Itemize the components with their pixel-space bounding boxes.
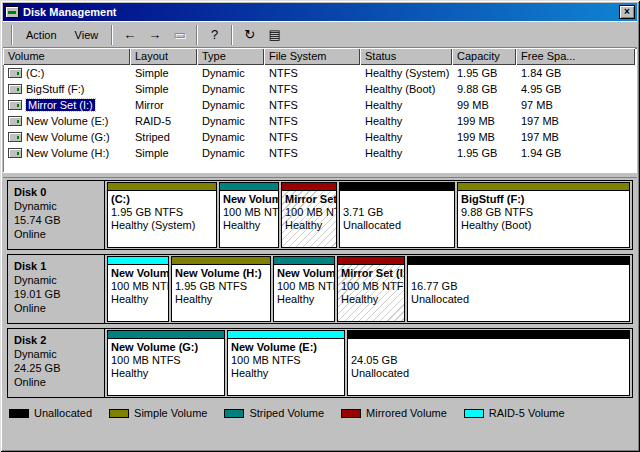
table-row[interactable]: New Volume (G:)StripedDynamicNTFSHealthy… xyxy=(3,129,637,145)
cell-value: 199 MB xyxy=(452,114,516,128)
partition-size: 1.95 GB NTFS xyxy=(175,280,267,293)
forward-icon[interactable]: → xyxy=(143,24,166,46)
column-header-capacity[interactable]: Capacity xyxy=(452,48,516,65)
table-row[interactable]: (C:)SimpleDynamicNTFSHealthy (System)1.9… xyxy=(3,65,637,81)
table-row[interactable]: Mirror Set (I:)MirrorDynamicNTFSHealthy9… xyxy=(3,97,637,113)
drive-icon xyxy=(8,100,22,110)
legend-swatch xyxy=(224,409,244,418)
partition[interactable]: 24.05 GBUnallocated xyxy=(347,330,630,396)
cell-value: Healthy xyxy=(360,98,452,112)
legend-item: Unallocated xyxy=(9,407,92,419)
partition-title: New Volume (G:) xyxy=(111,341,221,354)
cell-value: Simple xyxy=(130,82,197,96)
partition-status: Unallocated xyxy=(343,219,451,232)
back-icon[interactable]: ← xyxy=(118,24,141,46)
disk-info-panel[interactable]: Disk 2Dynamic24.25 GBOnline xyxy=(8,329,105,397)
column-header-volume[interactable]: Volume xyxy=(3,48,130,65)
partition[interactable]: New Volume (H:)1.95 GB NTFSHealthy xyxy=(171,256,271,322)
partition-body: BigStuff (F:)9.88 GB NTFSHealthy (Boot) xyxy=(458,191,629,247)
cell-value: Mirror xyxy=(130,98,197,112)
folder-icon[interactable]: ▭ xyxy=(168,24,191,46)
partition[interactable]: New Volume (G:)100 MB NTFSHealthy xyxy=(107,330,225,396)
legend-label: Striped Volume xyxy=(249,407,324,419)
legend-item: Striped Volume xyxy=(224,407,324,419)
partition-size: 100 MB NTFS xyxy=(341,280,401,293)
cell-value: 199 MB xyxy=(452,130,516,144)
column-header-type[interactable]: Type xyxy=(197,48,264,65)
cell-value: NTFS xyxy=(264,130,360,144)
partition-color-strip xyxy=(338,257,404,265)
console-icon[interactable]: ▤ xyxy=(263,24,286,46)
partition-color-strip xyxy=(458,183,629,191)
partition-color-strip xyxy=(340,183,454,191)
disk-size: 15.74 GB xyxy=(14,213,98,227)
partition[interactable]: Mirror Set (I:)100 MB NTFSHealthy xyxy=(281,182,337,248)
partition[interactable]: 3.71 GBUnallocated xyxy=(339,182,455,248)
legend-swatch xyxy=(341,409,361,418)
legend-bar: UnallocatedSimple VolumeStriped VolumeMi… xyxy=(3,404,637,422)
partition-body: 3.71 GBUnallocated xyxy=(340,191,454,247)
partition-color-strip xyxy=(348,331,629,339)
close-button[interactable]: × xyxy=(619,5,635,19)
partition-title: New Volume (E:) xyxy=(231,341,341,354)
partition[interactable]: New Volume100 MB NTFSHealthy xyxy=(219,182,279,248)
partition[interactable]: 16.77 GBUnallocated xyxy=(407,256,630,322)
column-header-layout[interactable]: Layout xyxy=(130,48,197,65)
cell-value: 99 MB xyxy=(452,98,516,112)
table-row[interactable]: BigStuff (F:)SimpleDynamicNTFSHealthy (B… xyxy=(3,81,637,97)
partition-size: 100 MB NTFS xyxy=(111,280,165,293)
partition-body: New Volume100 MB NTFSHealthy xyxy=(220,191,278,247)
cell-value: Dynamic xyxy=(197,130,264,144)
legend-swatch xyxy=(464,409,484,418)
partition-size: 100 MB NTFS xyxy=(231,354,341,367)
volume-name: (C:) xyxy=(26,67,44,79)
volume-cell: BigStuff (F:) xyxy=(3,82,130,96)
drive-icon xyxy=(8,84,22,94)
partition-color-strip xyxy=(108,331,224,339)
cell-value: Dynamic xyxy=(197,66,264,80)
cell-value: Healthy xyxy=(360,114,452,128)
disk-name: Disk 0 xyxy=(14,185,98,199)
help-icon[interactable]: ? xyxy=(203,24,226,46)
partition[interactable]: New Volume100 MB NTFSHealthy xyxy=(107,256,169,322)
disk-management-window: Disk Management × Action View ←→▭?↻▤ Vol… xyxy=(0,0,640,452)
table-row[interactable]: New Volume (E:)RAID-5DynamicNTFSHealthy1… xyxy=(3,113,637,129)
disk-type: Dynamic xyxy=(14,273,98,287)
partition-title: New Volume xyxy=(277,267,331,280)
partition[interactable]: New Volume100 MB NTFSHealthy xyxy=(273,256,335,322)
column-header-file-system[interactable]: File System xyxy=(264,48,360,65)
partition-body: 24.05 GBUnallocated xyxy=(348,339,629,395)
window-title: Disk Management xyxy=(23,6,619,18)
menu-view[interactable]: View xyxy=(66,26,108,44)
disk-size: 19.01 GB xyxy=(14,287,98,301)
disk-info-panel[interactable]: Disk 0Dynamic15.74 GBOnline xyxy=(8,181,105,249)
volume-cell: New Volume (G:) xyxy=(3,130,130,144)
volume-list[interactable]: VolumeLayoutTypeFile SystemStatusCapacit… xyxy=(3,48,637,172)
partition-status: Healthy (Boot) xyxy=(461,219,626,232)
partition[interactable]: Mirror Set (I:)100 MB NTFSHealthy xyxy=(337,256,405,322)
partition-title: New Volume xyxy=(223,193,275,206)
title-bar[interactable]: Disk Management × xyxy=(3,3,637,21)
partition-size: 3.71 GB xyxy=(343,206,451,219)
partition[interactable]: New Volume (E:)100 MB NTFSHealthy xyxy=(227,330,345,396)
volume-name: New Volume (G:) xyxy=(26,131,110,143)
partition-status: Healthy (System) xyxy=(111,219,213,232)
legend-item: RAID-5 Volume xyxy=(464,407,565,419)
column-header-free-spa-[interactable]: Free Spa... xyxy=(516,48,635,65)
table-row[interactable]: New Volume (H:)SimpleDynamicNTFSHealthy1… xyxy=(3,145,637,161)
partition-color-strip xyxy=(108,183,216,191)
column-header-status[interactable]: Status xyxy=(360,48,452,65)
toolbar-separator xyxy=(111,25,113,45)
menu-action[interactable]: Action xyxy=(17,26,66,44)
partitions: New Volume100 MB NTFSHealthyNew Volume (… xyxy=(105,255,632,323)
partition-body: Mirror Set (I:)100 MB NTFSHealthy xyxy=(338,265,404,321)
disk-size: 24.25 GB xyxy=(14,361,98,375)
cell-value: 1.84 GB xyxy=(516,66,635,80)
partition-status: Unallocated xyxy=(411,293,626,306)
disk-info-panel[interactable]: Disk 1Dynamic19.01 GBOnline xyxy=(8,255,105,323)
partition[interactable]: BigStuff (F:)9.88 GB NTFSHealthy (Boot) xyxy=(457,182,630,248)
refresh-icon[interactable]: ↻ xyxy=(238,24,261,46)
menu-toolbar: Action View ←→▭?↻▤ xyxy=(3,21,637,48)
partition-color-strip xyxy=(220,183,278,191)
partition[interactable]: (C:)1.95 GB NTFSHealthy (System) xyxy=(107,182,217,248)
